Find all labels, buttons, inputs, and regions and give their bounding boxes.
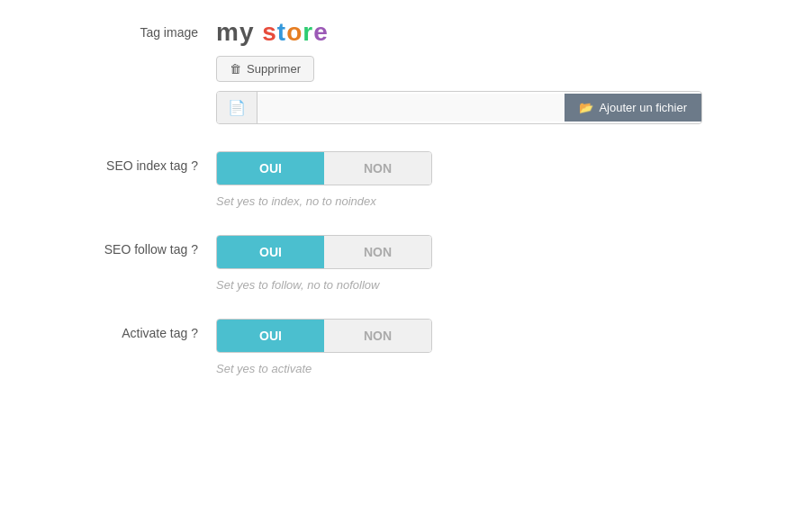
seo-follow-oui-button[interactable]: OUI [217, 236, 324, 268]
tag-image-logo: my store [216, 18, 759, 47]
delete-image-button[interactable]: 🗑 Supprimer [216, 56, 314, 82]
file-input-row: 📄 📂 Ajouter un fichier [216, 91, 702, 124]
activate-tag-hint: Set yes to activate [216, 362, 759, 375]
seo-index-hint: Set yes to index, no to noindex [216, 194, 759, 208]
seo-index-row: SEO index tag ? OUI NON Set yes to index… [36, 151, 759, 208]
add-file-button[interactable]: 📂 Ajouter un fichier [565, 94, 701, 122]
seo-follow-non-button[interactable]: NON [324, 236, 431, 268]
seo-follow-toggle: OUI NON [216, 235, 432, 269]
file-text-input[interactable] [257, 94, 565, 122]
seo-index-toggle: OUI NON [216, 151, 432, 185]
folder-icon: 📂 [579, 101, 593, 114]
my-store-logo: my store [216, 18, 329, 46]
seo-index-content: OUI NON Set yes to index, no to noindex [216, 151, 759, 208]
activate-tag-label: Activate tag ? [36, 319, 216, 340]
delete-button-label: Supprimer [247, 62, 301, 76]
activate-tag-non-button[interactable]: NON [324, 320, 431, 352]
seo-index-label: SEO index tag ? [36, 151, 216, 173]
seo-follow-content: OUI NON Set yes to follow, no to nofollo… [216, 235, 759, 292]
trash-icon: 🗑 [230, 62, 241, 76]
file-icon: 📄 [228, 100, 246, 115]
file-icon-button[interactable]: 📄 [217, 92, 257, 123]
seo-index-non-button[interactable]: NON [324, 152, 431, 185]
seo-index-oui-button[interactable]: OUI [217, 152, 324, 185]
activate-tag-toggle: OUI NON [216, 319, 432, 353]
add-file-label: Ajouter un fichier [599, 101, 687, 114]
activate-tag-content: OUI NON Set yes to activate [216, 319, 759, 375]
activate-tag-oui-button[interactable]: OUI [217, 320, 324, 352]
seo-follow-row: SEO follow tag ? OUI NON Set yes to foll… [36, 235, 759, 292]
tag-image-row: Tag image my store 🗑 Supprimer 📄 📂 Ajout… [36, 18, 759, 124]
seo-follow-hint: Set yes to follow, no to nofollow [216, 278, 759, 292]
page: Tag image my store 🗑 Supprimer 📄 📂 Ajout… [0, 0, 795, 532]
seo-follow-label: SEO follow tag ? [36, 235, 216, 257]
tag-image-label: Tag image [36, 18, 216, 40]
tag-image-content: my store 🗑 Supprimer 📄 📂 Ajouter un fich… [216, 18, 759, 124]
activate-tag-row: Activate tag ? OUI NON Set yes to activa… [36, 319, 759, 375]
